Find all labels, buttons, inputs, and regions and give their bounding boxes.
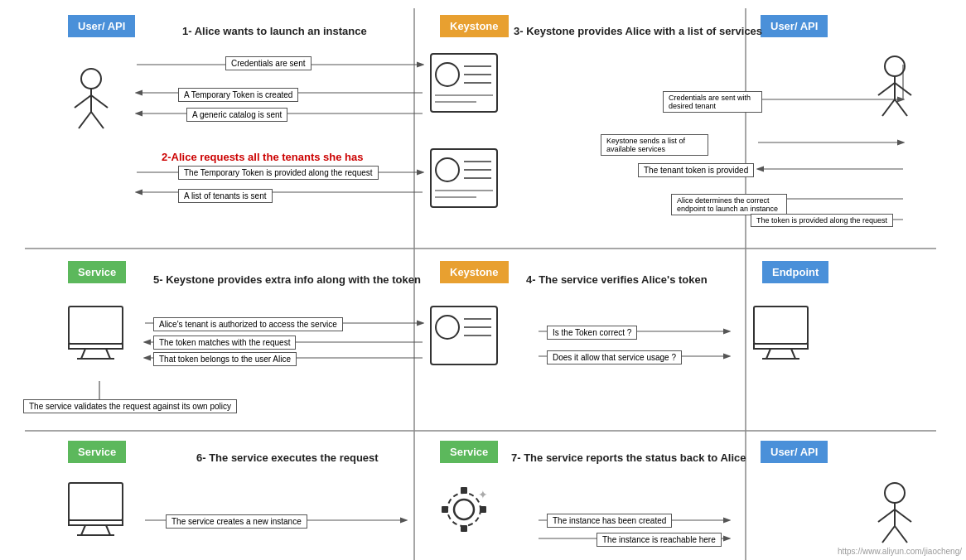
label-endpoint-mid-right: Endpoint bbox=[762, 261, 828, 283]
diagram: User/ API Keystone User/ API 1- Alice wa… bbox=[0, 0, 966, 560]
svg-point-74 bbox=[454, 500, 474, 519]
label-service-mid-left: Service bbox=[68, 261, 126, 283]
ann-temp-token-provided: The Temporary Token is provided along th… bbox=[178, 166, 379, 180]
svg-line-33 bbox=[91, 112, 104, 128]
ann-credentials-sent: Credentials are sent bbox=[225, 56, 312, 70]
svg-rect-54 bbox=[69, 307, 123, 344]
svg-point-48 bbox=[885, 56, 905, 76]
svg-line-71 bbox=[81, 525, 85, 535]
ann-token-matches: The token matches with the request bbox=[153, 336, 296, 350]
svg-point-35 bbox=[436, 63, 459, 86]
svg-line-56 bbox=[81, 349, 85, 359]
svg-line-67 bbox=[791, 349, 795, 359]
svg-rect-64 bbox=[754, 307, 808, 344]
ann-token-correct: Is the Token correct ? bbox=[547, 326, 637, 340]
svg-text:✦: ✦ bbox=[478, 488, 488, 501]
keystone-icon-top bbox=[427, 50, 501, 118]
svg-line-86 bbox=[895, 526, 907, 543]
label-keystone-top: Keystone bbox=[440, 15, 509, 37]
label-user-api-top-left: User/ API bbox=[68, 15, 135, 37]
label-keystone-mid: Keystone bbox=[440, 261, 509, 283]
svg-line-53 bbox=[895, 99, 907, 116]
step7-title: 7- The service reports the status back t… bbox=[511, 451, 746, 464]
alice-icon-top-right bbox=[870, 54, 920, 122]
service-desktop-bot-left bbox=[65, 479, 131, 547]
svg-rect-76 bbox=[461, 487, 467, 494]
step3-title: 3- Keystone provides Alice with a list o… bbox=[514, 25, 762, 37]
svg-rect-79 bbox=[480, 506, 486, 513]
watermark: https://www.aliyun.com/jiaocheng/ bbox=[838, 547, 962, 556]
svg-line-83 bbox=[878, 509, 895, 522]
svg-point-28 bbox=[81, 69, 101, 89]
step1-title: 1- Alice wants to launch an instance bbox=[182, 25, 367, 37]
ann-instance-created: The instance has been created bbox=[547, 514, 672, 528]
step4-title: 4- The service verifies Alice's token bbox=[526, 273, 708, 286]
ann-list-tenants: A list of tenants is sent bbox=[178, 189, 273, 203]
ann-alice-determines: Alice determines the correct endpoint to… bbox=[671, 194, 787, 215]
svg-point-75 bbox=[447, 493, 481, 526]
svg-line-72 bbox=[106, 525, 110, 535]
svg-line-57 bbox=[106, 349, 110, 359]
label-service-bot-left: Service bbox=[68, 441, 126, 463]
step2-title: 2-Alice requests all the tenants she has bbox=[162, 151, 363, 163]
ann-service-validates: The service validates the request agains… bbox=[23, 399, 237, 413]
svg-line-66 bbox=[766, 349, 770, 359]
ann-service-creates: The service creates a new instance bbox=[166, 514, 307, 529]
label-user-api-top-right: User/ API bbox=[761, 15, 828, 37]
ann-tenant-authorized: Alice's tenant is authorized to access t… bbox=[153, 317, 343, 331]
label-service-bot-mid: Service bbox=[440, 441, 498, 463]
svg-line-85 bbox=[882, 526, 895, 543]
svg-point-60 bbox=[436, 316, 459, 339]
svg-point-81 bbox=[885, 483, 905, 503]
alice-icon-top bbox=[66, 66, 116, 134]
ann-generic-catalog: A generic catalog is sent bbox=[186, 108, 287, 122]
svg-rect-55 bbox=[69, 344, 123, 349]
svg-line-50 bbox=[878, 83, 895, 95]
svg-line-51 bbox=[895, 83, 911, 95]
svg-rect-69 bbox=[69, 483, 123, 520]
alice-icon-bot-right bbox=[870, 480, 920, 548]
svg-rect-70 bbox=[69, 520, 123, 525]
svg-line-31 bbox=[91, 95, 108, 108]
keystone-icon-top2 bbox=[427, 145, 501, 213]
ann-instance-reachable: The instance is reachable here bbox=[597, 533, 722, 547]
service-gear-bot-mid: ✦ bbox=[435, 480, 493, 540]
svg-line-84 bbox=[895, 509, 911, 522]
ann-tenant-token-provided: The tenant token is provided bbox=[638, 163, 754, 177]
svg-line-52 bbox=[882, 99, 895, 116]
service-desktop-mid-left bbox=[65, 302, 131, 370]
ann-credentials-desired: Credentials are sent with desired tenant bbox=[663, 91, 762, 113]
svg-rect-77 bbox=[461, 525, 467, 532]
label-user-api-bot-right: User/ API bbox=[761, 441, 828, 463]
ann-token-along-request: The token is provided along the request bbox=[751, 214, 893, 227]
ann-token-belongs: That token belongs to the user Alice bbox=[153, 352, 297, 366]
ann-service-usage: Does it allow that service usage ? bbox=[547, 350, 682, 364]
svg-point-42 bbox=[436, 158, 459, 181]
step6-title: 6- The service executes the request bbox=[196, 451, 379, 464]
step5-title: 5- Keystone provides extra info along wi… bbox=[153, 273, 421, 286]
svg-line-30 bbox=[75, 95, 91, 108]
endpoint-desktop-mid-right bbox=[750, 302, 816, 370]
ann-keystone-sends-list: Keystone sends a list of available servi… bbox=[601, 134, 708, 156]
svg-line-32 bbox=[79, 112, 91, 128]
svg-rect-65 bbox=[754, 344, 808, 349]
keystone-icon-mid bbox=[427, 302, 501, 370]
ann-temp-token-created: A Temporary Token is created bbox=[178, 88, 298, 102]
svg-rect-78 bbox=[442, 506, 448, 513]
